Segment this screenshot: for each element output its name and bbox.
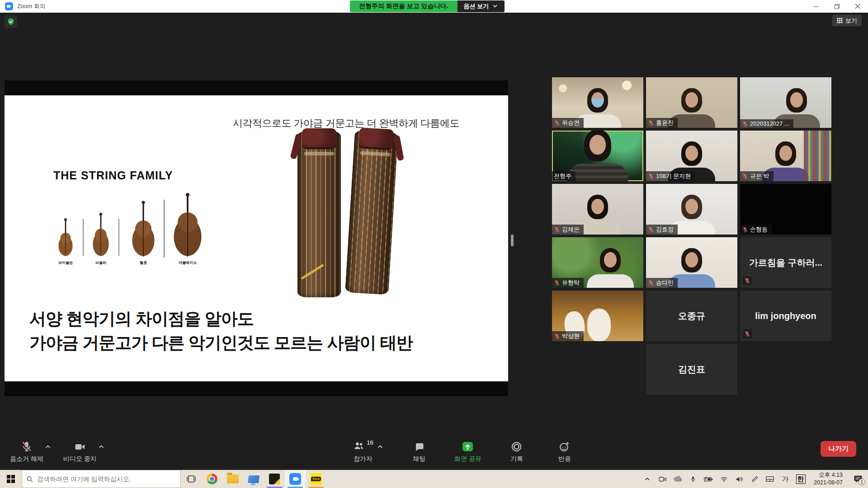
slide-caption: 시각적으로도 가야금 거문고는 더 완벽하게 다름에도 [233, 117, 459, 130]
zoom-tray-icon[interactable] [655, 470, 670, 488]
muted-mic-icon [648, 120, 654, 126]
task-view-button[interactable] [181, 470, 202, 488]
security-shield-icon[interactable] [5, 15, 17, 28]
wifi-icon[interactable] [716, 470, 731, 488]
chevron-down-icon [492, 3, 498, 9]
participant-name-label: 홍윤진 [646, 118, 678, 128]
participants-options-chevron[interactable] [377, 443, 384, 450]
participant-name-label: 박상현 [552, 331, 584, 341]
participants-button[interactable]: 16 참가자 [350, 440, 376, 463]
touch-keyboard-icon[interactable] [762, 470, 778, 488]
monitor-icon [248, 475, 259, 483]
microphone-tray-icon[interactable] [685, 470, 701, 488]
battery-icon[interactable] [701, 470, 716, 488]
taskbar-clock[interactable]: 오후 4:13 2021-08-07 [808, 471, 848, 487]
onedrive-cloud-icon[interactable] [670, 470, 685, 488]
empty-grid-cell [740, 344, 831, 394]
double-bass-illustration [174, 193, 201, 257]
participant-tile[interactable]: 김진표 [646, 344, 737, 394]
close-button[interactable] [847, 0, 868, 13]
participant-tile[interactable]: 김효정 [646, 184, 737, 235]
reactions-button[interactable]: 반응 [552, 440, 577, 463]
muted-mic-icon [648, 173, 654, 179]
monitor-app-taskbar-icon[interactable] [243, 470, 264, 488]
gallery-view-button[interactable]: 보기 [832, 15, 862, 26]
participant-tile[interactable]: 위승연 [552, 77, 643, 128]
action-center-button[interactable]: 1 [848, 470, 868, 488]
muted-mic-icon [21, 441, 33, 452]
cello-illustration [132, 201, 154, 257]
hidden-icons-chevron[interactable] [639, 470, 655, 488]
record-button[interactable]: 기록 [504, 440, 529, 463]
ime-korean-a[interactable]: 가 [778, 470, 793, 488]
participant-tile[interactable]: 송다민 [646, 237, 737, 288]
slide-bottom-bar [5, 381, 508, 396]
video-options-chevron[interactable] [98, 443, 105, 450]
participant-tile[interactable]: 가르침을 구하러... [740, 237, 831, 288]
muted-mic-icon [648, 226, 654, 233]
restore-button[interactable] [826, 0, 847, 13]
string-family-illustration [47, 192, 210, 259]
leave-meeting-button[interactable]: 나가기 [821, 441, 856, 457]
gayageum-illustration [297, 131, 341, 297]
windows-logo-icon [7, 475, 15, 483]
notification-badge: 1 [859, 479, 865, 485]
share-screen-button[interactable]: 화면 공유 [454, 440, 481, 463]
unmute-button[interactable]: 음소거 해제 [10, 440, 43, 463]
zoom-camera-icon [289, 473, 301, 485]
muted-mic-icon [554, 280, 560, 286]
participant-tile-active-speaker[interactable]: 전형주 [552, 131, 643, 181]
kakaotalk-taskbar-icon[interactable]: TALK [306, 470, 326, 488]
pen-icon[interactable] [747, 470, 762, 488]
muted-mic-icon [554, 333, 560, 339]
participant-tile[interactable]: 김채은 [552, 184, 643, 235]
muted-mic-icon [554, 226, 560, 233]
participant-name-label: 김채은 [552, 225, 584, 235]
taskbar-search[interactable] [22, 470, 181, 488]
participant-name-label: 전형주 [552, 171, 576, 181]
participant-video-grid: 위승연 홍윤진 2020312027 ... 전형주 108기 문지현 규은 박… [552, 77, 831, 394]
start-button[interactable] [0, 470, 22, 488]
participant-name-label: 김효정 [646, 225, 678, 235]
participant-tile[interactable]: lim jonghyeon [740, 291, 831, 341]
panel-resize-handle[interactable] [511, 235, 514, 246]
instrument-label-cello: 첼로 [140, 260, 147, 265]
windows-taskbar: TALK 가 한 오후 4:13 2021-08-07 1 [0, 470, 868, 488]
meeting-toolbar: 음소거 해제 비디오 중지 16 참가자 채팅 화면 공유 [0, 435, 868, 470]
speaker-icon[interactable] [731, 470, 747, 488]
search-input[interactable] [37, 475, 176, 483]
participant-display-name: lim jonghyeon [740, 291, 831, 341]
view-options-button[interactable]: 옵션 보기 [458, 0, 505, 12]
participants-count: 16 [367, 439, 373, 446]
chat-button[interactable]: 채팅 [406, 440, 432, 463]
mic-options-chevron[interactable] [44, 443, 52, 450]
chrome-taskbar-icon[interactable] [202, 470, 222, 488]
stop-video-button[interactable]: 비디오 중지 [63, 440, 97, 463]
kakaotalk-icon: TALK [310, 473, 322, 485]
participant-tile[interactable]: 손형동 [740, 184, 831, 235]
participant-tile[interactable]: 홍윤진 [646, 77, 737, 128]
participant-tile[interactable]: 2020312027 ... [740, 77, 831, 128]
participant-tile[interactable]: 박상현 [552, 291, 643, 341]
participant-tile[interactable]: 유형탁 [552, 237, 643, 288]
camera-icon [74, 441, 86, 452]
dog-photo-shape [587, 309, 611, 341]
shared-screen-slide: 시각적으로도 가야금 거문고는 더 완벽하게 다름에도 THE STRING F… [5, 80, 508, 396]
participant-tile[interactable]: 규은 박 [740, 131, 831, 181]
dark-yellow-app-icon [269, 474, 280, 484]
file-explorer-taskbar-icon[interactable] [222, 470, 243, 488]
muted-mic-icon [742, 173, 748, 179]
participant-video [579, 248, 642, 288]
window-controls [806, 0, 868, 13]
notes-app-taskbar-icon[interactable] [264, 470, 285, 488]
minimize-button[interactable] [806, 0, 826, 13]
reactions-smiley-icon [559, 441, 570, 452]
participant-display-name: 김진표 [646, 344, 737, 394]
ime-han-toggle[interactable]: 한 [793, 470, 808, 488]
zoom-taskbar-icon[interactable] [285, 470, 306, 488]
window-title: Zoom 회의 [17, 2, 46, 10]
participant-tile[interactable]: 108기 문지현 [646, 131, 737, 181]
participant-tile[interactable]: 오종규 [646, 291, 737, 341]
participant-name-label: 손형동 [740, 225, 772, 235]
participant-name-label: 위승연 [552, 118, 584, 128]
